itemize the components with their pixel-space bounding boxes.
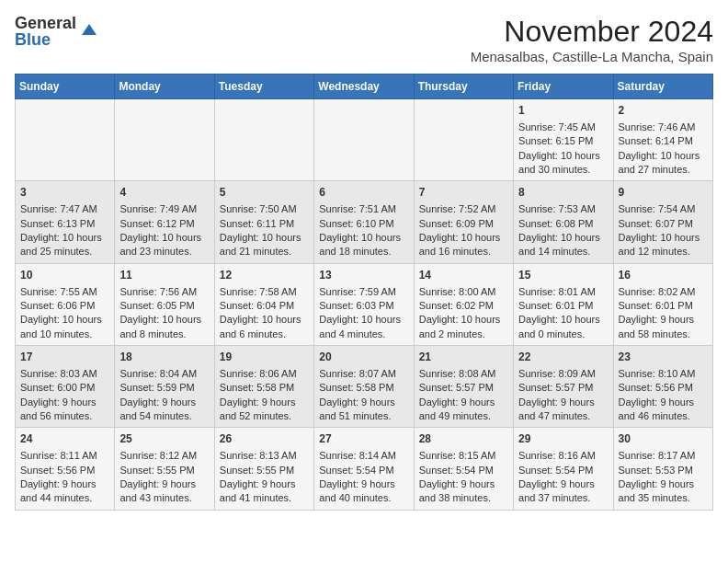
day-info-line: Sunset: 5:55 PM	[119, 464, 209, 477]
day-info-line: Sunset: 5:57 PM	[518, 381, 608, 395]
day-info-line: Sunrise: 7:51 AM	[319, 202, 408, 216]
day-info-line: Sunset: 6:07 PM	[619, 217, 708, 231]
day-cell: 8Sunrise: 7:53 AMSunset: 6:08 PMDaylight…	[514, 181, 613, 263]
day-info-line: Sunset: 6:09 PM	[419, 217, 508, 231]
day-info-line: Sunrise: 8:04 AM	[119, 367, 209, 381]
day-info-line: Sunset: 5:58 PM	[220, 381, 309, 395]
day-info-line: Sunrise: 8:12 AM	[119, 449, 209, 463]
day-number: 3	[20, 185, 109, 201]
day-number: 25	[119, 431, 209, 447]
day-info-line: Daylight: 10 hours and 21 minutes.	[220, 231, 309, 259]
day-cell	[414, 99, 513, 181]
day-info-line: Sunrise: 8:10 AM	[619, 367, 708, 381]
day-info-line: Daylight: 9 hours and 40 minutes.	[319, 477, 408, 506]
day-info-line: Sunset: 6:14 PM	[619, 134, 708, 148]
day-info-line: Sunset: 6:01 PM	[619, 299, 708, 313]
header-cell-saturday: Saturday	[613, 75, 712, 99]
calendar-body: 1Sunrise: 7:45 AMSunset: 6:15 PMDaylight…	[16, 99, 713, 511]
day-number: 22	[518, 350, 608, 365]
day-info-line: Sunrise: 8:01 AM	[518, 285, 608, 299]
day-info-line: Daylight: 10 hours and 16 minutes.	[419, 231, 508, 259]
day-info-line: Sunset: 5:56 PM	[619, 381, 708, 395]
logo-icon	[80, 20, 98, 39]
day-number: 10	[20, 268, 109, 283]
day-info-line: Sunrise: 8:15 AM	[419, 449, 508, 463]
day-cell	[214, 99, 313, 181]
day-info-line: Daylight: 9 hours and 37 minutes.	[518, 477, 608, 506]
day-number: 20	[319, 350, 408, 365]
calendar-header: SundayMondayTuesdayWednesdayThursdayFrid…	[16, 75, 713, 99]
day-cell: 19Sunrise: 8:06 AMSunset: 5:58 PMDayligh…	[214, 346, 313, 428]
day-info-line: Sunset: 5:57 PM	[419, 381, 508, 395]
day-info-line: Daylight: 9 hours and 56 minutes.	[20, 396, 109, 424]
day-info-line: Daylight: 9 hours and 38 minutes.	[419, 477, 508, 506]
day-info-line: Sunrise: 7:49 AM	[119, 202, 209, 216]
day-info-line: Daylight: 9 hours and 35 minutes.	[619, 477, 708, 506]
day-cell	[16, 99, 115, 181]
day-number: 12	[220, 268, 309, 283]
day-cell: 22Sunrise: 8:09 AMSunset: 5:57 PMDayligh…	[514, 346, 613, 428]
day-number: 23	[619, 350, 708, 365]
day-info-line: Sunset: 6:06 PM	[20, 299, 109, 313]
day-info-line: Daylight: 10 hours and 8 minutes.	[119, 313, 209, 341]
day-number: 15	[518, 268, 608, 283]
day-info-line: Daylight: 10 hours and 6 minutes.	[220, 313, 309, 341]
day-number: 17	[20, 350, 109, 365]
day-info-line: Sunset: 5:58 PM	[319, 381, 408, 395]
day-info-line: Sunrise: 8:13 AM	[220, 449, 309, 463]
day-info-line: Daylight: 9 hours and 46 minutes.	[619, 396, 708, 424]
page-title: November 2024	[471, 15, 713, 49]
day-info-line: Sunrise: 7:53 AM	[518, 202, 608, 216]
day-cell: 18Sunrise: 8:04 AMSunset: 5:59 PMDayligh…	[115, 346, 214, 428]
day-info-line: Daylight: 10 hours and 12 minutes.	[619, 231, 708, 259]
page-subtitle: Menasalbas, Castille-La Mancha, Spain	[471, 49, 713, 64]
day-cell: 3Sunrise: 7:47 AMSunset: 6:13 PMDaylight…	[16, 181, 115, 263]
logo-line2: Blue	[15, 31, 76, 48]
day-cell: 25Sunrise: 8:12 AMSunset: 5:55 PMDayligh…	[115, 428, 214, 510]
day-info-line: Sunrise: 8:06 AM	[220, 367, 309, 381]
header-cell-monday: Monday	[115, 75, 214, 99]
day-info-line: Sunset: 6:03 PM	[319, 299, 408, 313]
day-cell: 27Sunrise: 8:14 AMSunset: 5:54 PMDayligh…	[314, 428, 414, 510]
day-info-line: Sunset: 6:13 PM	[20, 217, 109, 231]
day-info-line: Daylight: 10 hours and 14 minutes.	[518, 231, 608, 259]
day-info-line: Sunrise: 8:08 AM	[419, 367, 508, 381]
week-row: 1Sunrise: 7:45 AMSunset: 6:15 PMDaylight…	[16, 99, 713, 181]
day-number: 8	[518, 185, 608, 201]
header-cell-sunday: Sunday	[16, 75, 115, 99]
day-number: 19	[220, 350, 309, 365]
day-number: 21	[419, 350, 508, 365]
day-info-line: Sunset: 5:59 PM	[119, 381, 209, 395]
day-cell: 11Sunrise: 7:56 AMSunset: 6:05 PMDayligh…	[115, 263, 214, 345]
calendar-table: SundayMondayTuesdayWednesdayThursdayFrid…	[15, 74, 713, 511]
day-info-line: Daylight: 10 hours and 2 minutes.	[419, 313, 508, 341]
day-info-line: Sunset: 6:04 PM	[220, 299, 309, 313]
day-info-line: Sunrise: 7:58 AM	[220, 285, 309, 299]
day-info-line: Sunrise: 7:56 AM	[119, 285, 209, 299]
day-cell: 4Sunrise: 7:49 AMSunset: 6:12 PMDaylight…	[115, 181, 214, 263]
day-info-line: Daylight: 10 hours and 27 minutes.	[619, 149, 708, 178]
day-info-line: Sunset: 5:53 PM	[619, 464, 708, 477]
day-cell: 23Sunrise: 8:10 AMSunset: 5:56 PMDayligh…	[613, 346, 712, 428]
day-number: 14	[419, 268, 508, 283]
day-number: 2	[619, 103, 708, 119]
day-info-line: Daylight: 9 hours and 44 minutes.	[20, 477, 109, 506]
day-info-line: Sunset: 6:02 PM	[419, 299, 508, 313]
day-info-line: Sunset: 5:54 PM	[319, 464, 408, 477]
day-info-line: Sunset: 6:15 PM	[518, 134, 608, 148]
day-cell: 30Sunrise: 8:17 AMSunset: 5:53 PMDayligh…	[613, 428, 712, 510]
day-number: 4	[119, 185, 209, 201]
day-cell: 13Sunrise: 7:59 AMSunset: 6:03 PMDayligh…	[314, 263, 414, 345]
day-cell: 28Sunrise: 8:15 AMSunset: 5:54 PMDayligh…	[414, 428, 513, 510]
day-cell: 6Sunrise: 7:51 AMSunset: 6:10 PMDaylight…	[314, 181, 414, 263]
day-cell: 16Sunrise: 8:02 AMSunset: 6:01 PMDayligh…	[613, 263, 712, 345]
day-cell	[115, 99, 214, 181]
day-info-line: Daylight: 9 hours and 52 minutes.	[220, 396, 309, 424]
day-info-line: Sunrise: 7:45 AM	[518, 121, 608, 134]
day-number: 29	[518, 431, 608, 447]
day-number: 9	[619, 185, 708, 201]
day-info-line: Sunset: 6:05 PM	[119, 299, 209, 313]
day-number: 24	[20, 431, 109, 447]
day-info-line: Daylight: 10 hours and 25 minutes.	[20, 231, 109, 259]
week-row: 3Sunrise: 7:47 AMSunset: 6:13 PMDaylight…	[16, 181, 713, 263]
